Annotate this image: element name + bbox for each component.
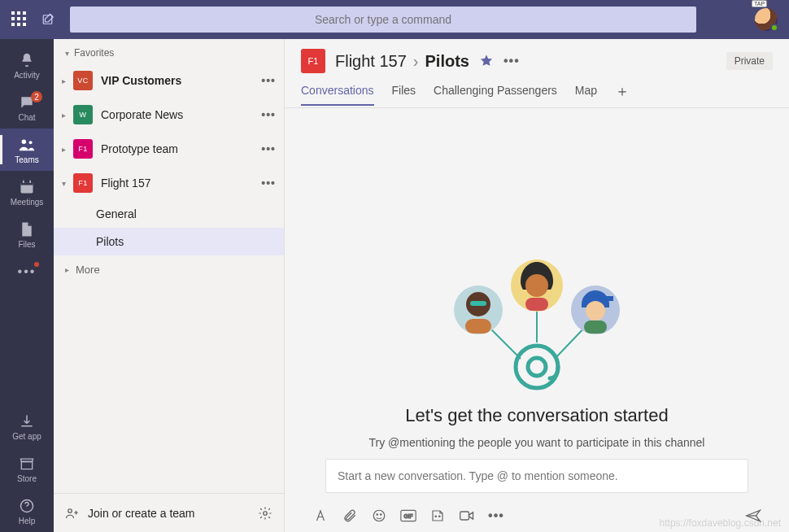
join-team-label[interactable]: Join or create a team	[88, 507, 195, 520]
rail-label: Store	[17, 474, 37, 483]
rail-item-teams[interactable]: Teams	[0, 129, 54, 171]
team-tile: F1	[73, 173, 93, 193]
svg-rect-16	[465, 319, 491, 334]
chevron-down-icon: ▾	[62, 179, 73, 188]
gif-icon[interactable]: GIF	[400, 508, 416, 524]
privacy-badge: Private	[726, 52, 773, 70]
svg-point-22	[586, 301, 605, 321]
channel-header: F1 Flight 157 › Pilots ••• Private	[285, 39, 789, 73]
chat-badge: 2	[31, 91, 42, 102]
channel-general[interactable]: General	[54, 200, 284, 228]
team-more-icon[interactable]: •••	[261, 142, 276, 155]
rail-label: Activity	[14, 71, 40, 80]
meetnow-icon[interactable]	[459, 508, 475, 524]
svg-point-11	[516, 346, 558, 388]
app-rail: Activity Chat 2 Teams Meetings Files	[0, 39, 54, 532]
svg-point-12	[528, 358, 546, 376]
composer-input[interactable]: Start a new conversation. Type @ to ment…	[325, 459, 748, 493]
toolbar-more-icon[interactable]: •••	[488, 508, 504, 524]
teams-panel: ▾ Favorites ▸ VC VIP Customers ••• ▸ W C…	[54, 39, 285, 532]
team-name: Flight 157	[101, 177, 261, 190]
rail-label: Files	[18, 240, 35, 249]
team-more-icon[interactable]: •••	[261, 177, 276, 190]
rail-item-files[interactable]: Files	[0, 213, 54, 255]
rail-item-getapp[interactable]: Get app	[0, 405, 54, 447]
breadcrumb-team[interactable]: Flight 157	[335, 52, 407, 71]
breadcrumb-channel: Pilots	[425, 52, 469, 71]
chevron-right-icon: ›	[413, 52, 419, 71]
emoji-icon[interactable]	[371, 508, 387, 524]
rail-label: Get app	[12, 432, 41, 441]
channel-more-icon[interactable]: •••	[503, 54, 520, 68]
chevron-right-icon: ▸	[62, 76, 73, 85]
rail-label: Meetings	[11, 198, 44, 207]
panel-footer: Join or create a team	[54, 493, 284, 532]
rail-label: Chat	[18, 113, 35, 122]
team-row-prototype[interactable]: ▸ F1 Prototype team •••	[54, 132, 284, 166]
tab-challenging-passengers[interactable]: Challenging Passengers	[434, 84, 557, 105]
attach-icon[interactable]	[342, 508, 358, 524]
svg-point-26	[381, 514, 382, 516]
rail-item-chat[interactable]: Chat 2	[0, 86, 54, 129]
channel-label: General	[96, 207, 137, 220]
team-row-corporate[interactable]: ▸ W Corporate News •••	[54, 98, 284, 132]
empty-state-subtitle: Try @mentioning the people you want to p…	[369, 436, 705, 449]
team-row-flight157[interactable]: ▾ F1 Flight 157 •••	[54, 166, 284, 200]
team-more-icon[interactable]: •••	[261, 74, 276, 87]
svg-rect-23	[584, 321, 607, 334]
format-icon[interactable]	[312, 508, 329, 524]
rail-label: Help	[19, 517, 36, 525]
svg-point-6	[68, 508, 72, 512]
svg-point-25	[377, 514, 378, 516]
tab-files[interactable]: Files	[392, 84, 416, 105]
rail-item-store[interactable]: Store	[0, 447, 54, 490]
team-name: VIP Customers	[101, 74, 261, 87]
tab-conversations[interactable]: Conversations	[301, 84, 374, 105]
watermark: https://foxdaveblog.csdn.net	[660, 517, 781, 529]
more-teams-row[interactable]: ▸ More	[54, 255, 284, 284]
breadcrumb: Flight 157 › Pilots	[335, 52, 469, 71]
svg-text:GIF: GIF	[403, 513, 412, 519]
favorite-star-icon[interactable]	[479, 54, 494, 68]
join-team-icon	[65, 507, 80, 520]
svg-point-24	[373, 510, 385, 521]
team-more-icon[interactable]: •••	[261, 108, 276, 121]
svg-point-1	[22, 139, 26, 144]
svg-point-2	[29, 141, 33, 144]
svg-rect-21	[604, 296, 613, 301]
teams-icon	[18, 136, 36, 154]
chevron-right-icon: ▸	[62, 145, 73, 154]
svg-rect-15	[470, 301, 486, 306]
team-tile: F1	[73, 139, 93, 159]
favorites-header[interactable]: ▾ Favorites	[54, 39, 284, 63]
title-bar: TAP	[0, 0, 789, 39]
favorites-label: Favorites	[74, 47, 114, 59]
more-notification-dot	[34, 262, 39, 267]
rail-item-more[interactable]: •••	[0, 255, 54, 288]
team-name: Prototype team	[101, 142, 261, 155]
user-avatar[interactable]: TAP	[755, 8, 778, 31]
channel-pilots[interactable]: Pilots	[54, 228, 284, 255]
more-icon: •••	[18, 263, 36, 281]
team-tile: W	[73, 105, 93, 124]
store-icon	[18, 455, 36, 473]
svg-rect-19	[525, 298, 548, 311]
rail-item-activity[interactable]: Activity	[0, 44, 54, 86]
team-tile: VC	[73, 71, 93, 90]
sticker-icon[interactable]	[429, 508, 446, 524]
tab-map[interactable]: Map	[575, 84, 597, 105]
search-input[interactable]	[70, 7, 696, 33]
svg-point-30	[439, 516, 441, 517]
svg-rect-4	[21, 182, 33, 185]
chevron-right-icon: ▸	[65, 265, 69, 274]
svg-point-7	[264, 511, 268, 515]
gear-icon[interactable]	[258, 506, 272, 521]
chevron-right-icon: ▸	[62, 111, 73, 120]
team-row-vip[interactable]: ▸ VC VIP Customers •••	[54, 63, 284, 98]
add-tab-icon[interactable]: ＋	[615, 81, 630, 107]
app-launcher-icon[interactable]	[11, 11, 28, 28]
rail-item-meetings[interactable]: Meetings	[0, 171, 54, 213]
rail-item-help[interactable]: Help	[0, 490, 54, 532]
compose-icon[interactable]	[39, 10, 59, 29]
channel-pane: F1 Flight 157 › Pilots ••• Private Conve…	[285, 39, 789, 532]
